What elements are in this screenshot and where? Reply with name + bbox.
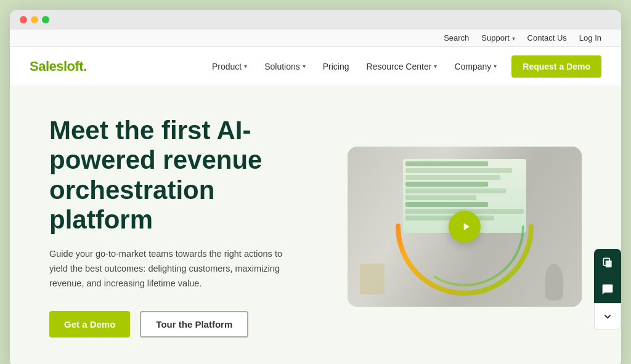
browser-chrome bbox=[10, 10, 621, 30]
play-icon bbox=[460, 220, 472, 233]
nav-company[interactable]: Company ▾ bbox=[447, 57, 504, 76]
nav-solutions[interactable]: Solutions ▾ bbox=[257, 57, 313, 76]
browser-dots bbox=[20, 16, 611, 30]
get-demo-button[interactable]: Get a Demo bbox=[49, 311, 130, 338]
dot-green[interactable] bbox=[42, 16, 49, 23]
screen-row-6 bbox=[405, 195, 476, 200]
play-button[interactable] bbox=[449, 211, 481, 243]
tour-platform-button[interactable]: Tour the Platform bbox=[140, 311, 248, 338]
main-nav: Salesloft. Product ▾ Solutions ▾ Pricing… bbox=[10, 47, 621, 86]
screen-row-4 bbox=[405, 182, 488, 187]
solutions-chevron-icon: ▾ bbox=[303, 63, 306, 70]
dot-red[interactable] bbox=[20, 16, 27, 23]
hero-title: Meet the first AI-powered revenue orches… bbox=[49, 116, 308, 235]
hero-video bbox=[338, 147, 592, 307]
support-chevron: ▾ bbox=[512, 35, 515, 42]
hero-section: Meet the first AI-powered revenue orches… bbox=[10, 86, 621, 364]
company-chevron-icon: ▾ bbox=[494, 63, 497, 70]
screen-row-1 bbox=[405, 161, 488, 166]
hero-content: Meet the first AI-powered revenue orches… bbox=[49, 116, 308, 338]
request-demo-button[interactable]: Request a Demo bbox=[511, 55, 601, 78]
screen-row-2 bbox=[405, 168, 512, 173]
chat-button[interactable] bbox=[594, 276, 621, 303]
contact-link[interactable]: Contact Us bbox=[527, 33, 567, 42]
logo-text: Salesloft bbox=[30, 59, 83, 74]
copy-button[interactable] bbox=[594, 249, 621, 276]
screen-row-7 bbox=[405, 202, 488, 207]
logo-dot: . bbox=[83, 59, 87, 74]
nav-product[interactable]: Product ▾ bbox=[205, 57, 254, 76]
chat-icon bbox=[601, 283, 614, 296]
resource-chevron-icon: ▾ bbox=[434, 63, 437, 70]
video-container bbox=[348, 147, 582, 307]
support-link[interactable]: Support ▾ bbox=[481, 33, 515, 42]
screen-row-5 bbox=[405, 188, 506, 193]
scroll-down-button[interactable] bbox=[594, 303, 621, 330]
utility-bar: Search Support ▾ Contact Us Log In bbox=[10, 30, 621, 47]
product-chevron-icon: ▾ bbox=[244, 63, 247, 70]
browser-window: Search Support ▾ Contact Us Log In Sales… bbox=[10, 10, 621, 364]
nav-pricing[interactable]: Pricing bbox=[316, 57, 357, 76]
copy-icon bbox=[601, 256, 614, 269]
nav-resource-center[interactable]: Resource Center ▾ bbox=[359, 57, 445, 76]
search-link[interactable]: Search bbox=[444, 33, 469, 42]
desk-item-2 bbox=[545, 264, 563, 301]
side-actions bbox=[594, 249, 621, 330]
desk-item-1 bbox=[360, 264, 385, 294]
svg-rect-2 bbox=[606, 261, 612, 268]
hero-buttons: Get a Demo Tour the Platform bbox=[49, 311, 308, 338]
login-link[interactable]: Log In bbox=[579, 33, 601, 42]
chevron-down-icon bbox=[602, 311, 613, 322]
hero-subtitle: Guide your go-to-market teams towards th… bbox=[49, 247, 283, 291]
dot-yellow[interactable] bbox=[31, 16, 38, 23]
screen-row-3 bbox=[405, 175, 500, 180]
logo[interactable]: Salesloft. bbox=[30, 59, 87, 75]
nav-links: Product ▾ Solutions ▾ Pricing Resource C… bbox=[205, 55, 601, 78]
